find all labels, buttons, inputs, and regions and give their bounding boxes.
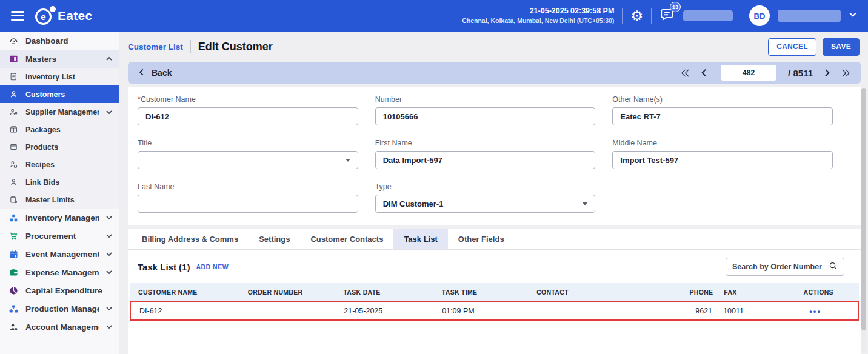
cell-task-time: 01:09 PM: [438, 307, 533, 315]
save-button[interactable]: SAVE: [823, 38, 860, 56]
other-names-input[interactable]: [612, 107, 833, 125]
column-header-actions[interactable]: ACTIONS: [756, 289, 859, 296]
sidebar-item-masters[interactable]: Masters: [0, 50, 119, 68]
sitemap-icon: [8, 304, 19, 314]
column-header-task-date[interactable]: TASK DATE: [339, 289, 438, 296]
sidebar-item-label: Procurement: [25, 232, 76, 241]
tab-customer-contacts[interactable]: Customer Contacts: [300, 229, 393, 249]
sidebar-item-procurement[interactable]: Procurement: [0, 227, 119, 245]
sidebar-item-packages[interactable]: Packages: [0, 121, 119, 138]
notifications-button[interactable]: 13: [659, 7, 675, 25]
calendar-icon: [8, 249, 19, 259]
scrollbar-thumb[interactable]: [861, 88, 866, 330]
caret-down-icon: [583, 202, 587, 205]
chevron-down-icon: [105, 214, 113, 221]
hamburger-menu-icon[interactable]: [11, 11, 24, 21]
settings-gear-icon[interactable]: ⚙: [630, 9, 643, 23]
cart-icon: [8, 231, 19, 241]
record-number-input[interactable]: [721, 65, 776, 81]
type-select[interactable]: DIM Customer-1: [375, 195, 596, 213]
gauge-icon: [8, 36, 19, 46]
datetime-display: 21-05-2025 02:39:58 PM Chennai, Kolkata,…: [462, 6, 614, 25]
last-record-button[interactable]: [841, 68, 851, 78]
main-content: Customer List Edit Customer CANCEL SAVE …: [119, 32, 868, 354]
column-header-customer-name[interactable]: CUSTOMER NAME: [130, 289, 244, 296]
pie-icon: [8, 286, 19, 296]
last-name-input[interactable]: [138, 195, 358, 213]
search-icon[interactable]: [829, 261, 838, 273]
sidebar-item-label: Production Management: [25, 304, 99, 313]
middle-name-label: Middle Name: [612, 139, 833, 147]
sidebar-item-master-limits[interactable]: Master Limits: [0, 191, 119, 209]
tab-billing-address-comms[interactable]: Billing Address & Comms: [132, 229, 249, 249]
breadcrumb-link-customer-list[interactable]: Customer List: [128, 42, 183, 52]
sidebar-item-dashboard[interactable]: Dashboard: [0, 32, 119, 50]
timezone-label: Chennai, Kolkata, Mumbai, New Delhi (UTC…: [462, 16, 614, 25]
caret-down-icon: [346, 159, 350, 162]
sidebar-item-supplier-management[interactable]: Supplier Management: [0, 103, 119, 121]
recipe-icon: [8, 160, 19, 169]
column-header-contact[interactable]: CONTACT: [533, 289, 653, 296]
book-icon: [8, 54, 19, 64]
field-customer-name: *Customer Name: [138, 95, 358, 125]
column-header-order-number[interactable]: ORDER NUMBER: [244, 289, 340, 296]
cell-task-date: 21-05-2025: [340, 307, 438, 315]
search-input[interactable]: [732, 262, 829, 271]
add-new-button[interactable]: ADD NEW: [196, 263, 229, 270]
redacted-text: [683, 10, 733, 21]
sidebar-item-recipes[interactable]: Recipes: [0, 156, 119, 173]
sidebar-item-products[interactable]: Products: [0, 138, 119, 156]
sidebar-item-event-management[interactable]: Event Management: [0, 245, 119, 263]
person-box-icon: [8, 107, 19, 116]
column-header-task-time[interactable]: TASK TIME: [438, 289, 533, 296]
user-avatar[interactable]: BD: [749, 5, 770, 26]
sidebar-item-inventory-list[interactable]: Inventory List: [0, 68, 119, 85]
breadcrumb: Customer List Edit Customer CANCEL SAVE: [119, 32, 868, 62]
sidebar-item-capital-expenditure[interactable]: Capital Expenditure: [0, 281, 119, 299]
next-record-button[interactable]: [822, 68, 832, 78]
column-header-phone[interactable]: PHONE: [653, 289, 717, 296]
sidebar-item-production-management[interactable]: Production Management: [0, 299, 119, 318]
tab-settings[interactable]: Settings: [249, 229, 300, 249]
chevron-up-icon: [105, 55, 113, 62]
chevron-down-icon[interactable]: [849, 10, 857, 21]
cell-phone: 9621: [653, 307, 716, 315]
search-box: [726, 258, 844, 276]
sidebar-item-expense-management[interactable]: Expense Management: [0, 263, 119, 281]
first-name-input[interactable]: [375, 151, 596, 169]
sidebar-item-account-management[interactable]: Account Management: [0, 318, 119, 336]
field-other-names: Other Name(s): [612, 95, 833, 125]
tab-other-fields[interactable]: Other Fields: [448, 229, 515, 249]
sidebar-item-link-bids[interactable]: Link Bids: [0, 173, 119, 191]
notification-count-badge: 13: [670, 2, 681, 12]
header-divider: [651, 8, 652, 24]
sidebar-item-inventory-management[interactable]: Inventory Management: [0, 209, 119, 227]
customer-name-label: *Customer Name: [138, 95, 358, 104]
type-label: Type: [375, 182, 596, 191]
first-name-label: First Name: [375, 139, 596, 147]
sidebar-item-label: Inventory List: [25, 73, 75, 81]
column-header-fax[interactable]: FAX: [716, 289, 756, 296]
cell-fax: 10011: [716, 307, 755, 315]
detail-tabs-card: Billing Address & CommsSettingsCustomer …: [128, 229, 861, 354]
breadcrumb-divider: [190, 40, 191, 53]
previous-record-button[interactable]: [699, 68, 709, 78]
customer-form: *Customer Name Number Other Name(s) Titl…: [128, 87, 861, 225]
title-select[interactable]: [138, 151, 358, 169]
vertical-scrollbar[interactable]: [861, 88, 866, 353]
table-body: DI-61221-05-202501:09 PM962110011•••: [130, 301, 859, 321]
middle-name-input[interactable]: [612, 151, 833, 169]
cancel-button[interactable]: CANCEL: [768, 38, 816, 56]
customer-name-input[interactable]: [138, 107, 358, 125]
doc-icon: [8, 72, 19, 81]
first-record-button[interactable]: [680, 68, 690, 78]
top-header-bar: e Eatec 21-05-2025 02:39:58 PM Chennai, …: [0, 0, 868, 32]
tab-task-list[interactable]: Task List: [393, 229, 447, 249]
more-options-icon[interactable]: •••: [755, 307, 858, 316]
table-row[interactable]: DI-61221-05-202501:09 PM962110011•••: [130, 301, 859, 321]
number-input[interactable]: [375, 107, 596, 125]
header-divider: [622, 8, 623, 24]
number-label: Number: [375, 95, 596, 104]
sidebar-item-customers[interactable]: Customers: [0, 85, 119, 103]
back-button[interactable]: Back: [138, 68, 172, 78]
